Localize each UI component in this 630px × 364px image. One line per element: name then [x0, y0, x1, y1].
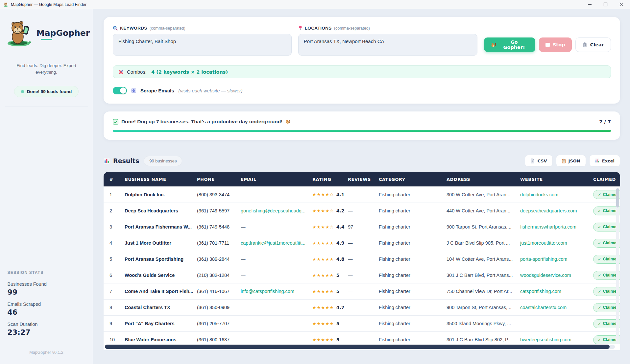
phone: (210) 382-1284 [197, 273, 241, 278]
table-row[interactable]: 3 Port Aransas Fishermans W... (361) 749… [104, 219, 620, 235]
reviews: — [348, 208, 379, 213]
vertical-scrollbar-thumb[interactable] [616, 188, 619, 207]
website[interactable]: dolphindocks.com [520, 192, 593, 197]
stat-businesses-found: Businesses Found 99 [8, 281, 88, 296]
website[interactable]: deepseaheadquarters.com [520, 208, 593, 213]
horizontal-scrollbar-thumb[interactable] [105, 345, 610, 349]
category: Fishing charter [379, 337, 447, 342]
row-number: 8 [109, 305, 125, 310]
email: — [241, 273, 312, 278]
locations-label: LOCATIONS [305, 26, 332, 31]
column-header: WEBSITE [520, 177, 593, 182]
rating-value: 4.2 [336, 208, 345, 213]
minimize-button[interactable] [587, 2, 592, 7]
table-row[interactable]: 8 Coastal Charters TX (361) 850-0909 — ★… [104, 299, 620, 315]
website: — [520, 321, 593, 326]
go-gopher-button[interactable]: Go Gopher! [484, 37, 535, 52]
close-button[interactable] [619, 2, 623, 7]
email[interactable]: info@catsportfishing.com [241, 289, 312, 294]
address: 900 Tarpon St, Port Aransas,... [447, 305, 520, 310]
check-icon [598, 225, 601, 230]
results-table: #BUSINESS NAMEPHONEEMAILRATINGREVIEWSCAT… [104, 172, 620, 350]
email[interactable]: captfrankie@just1moreoutfitt... [241, 240, 312, 246]
table-row[interactable]: 7 Come And Take It Sport Fish... (361) 4… [104, 283, 620, 299]
stop-button[interactable]: Stop [539, 37, 572, 52]
export-csv-button[interactable]: CSV [525, 155, 552, 167]
scrape-emails-toggle[interactable] [113, 87, 127, 94]
check-icon [598, 305, 601, 310]
email[interactable]: gonefishing@deepseaheadq... [241, 208, 312, 213]
vertical-scrollbar[interactable] [616, 188, 619, 344]
phone: (361) 800-1637 [197, 337, 241, 342]
maximize-button[interactable] [603, 2, 608, 7]
business-name: Come And Take It Sport Fish... [125, 289, 197, 294]
table-row[interactable]: 9 Port "A" Bay Charters (361) 205-7707 —… [104, 315, 620, 331]
rating-value: 5 [336, 289, 340, 294]
export-json-button[interactable]: JSON [556, 155, 586, 167]
email: — [241, 321, 312, 326]
table-row[interactable]: 1 Dolphin Dock Inc. (800) 393-3474 — ★★★… [104, 186, 620, 203]
keywords-input[interactable]: Fishing Charter, Bait Shop [113, 34, 292, 56]
rating-stars: ★★★★☆ [312, 225, 334, 230]
locations-input[interactable]: Port Aransas TX, Newport Beach CA [298, 34, 478, 56]
brand-block: MapGopher [3, 18, 90, 47]
export-excel-button[interactable]: Excel [589, 155, 620, 167]
clear-button[interactable]: Clear [575, 37, 611, 52]
column-header: PHONE [197, 177, 241, 182]
column-header: # [109, 177, 125, 182]
brand-underline [41, 39, 52, 40]
reviews: — [348, 321, 379, 326]
address: 300 W Cotter Ave, Port Aran... [447, 192, 520, 197]
business-name: Dolphin Dock Inc. [125, 192, 197, 197]
table-row[interactable]: 5 Port Aransas Sportfishing (361) 389-28… [104, 251, 620, 267]
rating-stars: ★★★★★ [312, 305, 334, 310]
rating: ★★★★★ 4.7 [312, 305, 348, 310]
column-header: CLAIMED [593, 177, 620, 182]
address: 3500 Island Moorings Pkwy, ... [447, 321, 520, 326]
row-number: 6 [109, 273, 125, 278]
keywords-label: KEYWORDS [120, 26, 147, 31]
check-icon [598, 241, 601, 246]
column-header: BUSINESS NAME [125, 177, 197, 182]
progress-bar-fill [113, 130, 611, 132]
rating-value: 4.7 [336, 305, 345, 310]
table-row[interactable]: 4 Just 1 More Outfitter (361) 701-7711 c… [104, 235, 620, 251]
session-stats: SESSION STATS Businesses Found 99 Emails… [5, 270, 88, 342]
session-stats-title: SESSION STATS [8, 270, 88, 275]
address: 301 J C Barr Blvd, Port Arans... [447, 273, 520, 278]
column-header: RATING [312, 177, 348, 182]
website[interactable]: porta-sportfishing.com [520, 256, 593, 262]
scrape-emails-hint: (visits each website — slower) [179, 88, 243, 93]
progress-card: Done! Dug up 7 businesses. That's a prod… [104, 111, 620, 140]
email: — [241, 224, 312, 230]
website[interactable]: bwedeepseafishing.com [520, 337, 593, 342]
website[interactable]: just1moreoutfitter.com [520, 240, 593, 246]
category: Fishing charter [379, 305, 447, 310]
check-icon [598, 337, 601, 342]
rating: ★★★★★ 4.9 [312, 240, 348, 246]
website[interactable]: fishermanswharfporta.com [520, 224, 593, 230]
table-row[interactable]: 6 Wood's Guide Service (210) 382-1284 — … [104, 267, 620, 283]
website[interactable]: catsportfishing.com [520, 289, 593, 294]
progress-bar [113, 130, 611, 132]
website[interactable]: coastalcharterstx.com [520, 305, 593, 310]
location-pin-icon [298, 26, 303, 31]
category: Fishing charter [379, 321, 447, 326]
rating: ★★★★★ 5 [312, 337, 348, 342]
trash-icon [582, 42, 587, 47]
table-row[interactable]: 2 Deep Sea Headquarters (361) 749-5597 g… [104, 203, 620, 219]
rating-value: 5 [336, 273, 340, 278]
clipboard-icon [562, 158, 566, 163]
results-count-badge: 99 businesses [144, 156, 182, 166]
status-dot-icon [21, 90, 24, 93]
rating-stars: ★★★★★ [312, 273, 334, 278]
rating-value: 4.4 [336, 224, 345, 230]
bar-chart-icon [104, 158, 110, 164]
website[interactable]: woodsguideservice.com [520, 273, 593, 278]
phone: (361) 749-5448 [197, 224, 241, 230]
rating: ★★★★★ 4.8 [312, 256, 348, 262]
phone: (361) 205-7707 [197, 321, 241, 326]
horizontal-scrollbar[interactable] [105, 345, 615, 349]
search-form-card: KEYWORDS (comma-separated) Fishing Chart… [104, 17, 620, 104]
search-icon [113, 26, 118, 31]
